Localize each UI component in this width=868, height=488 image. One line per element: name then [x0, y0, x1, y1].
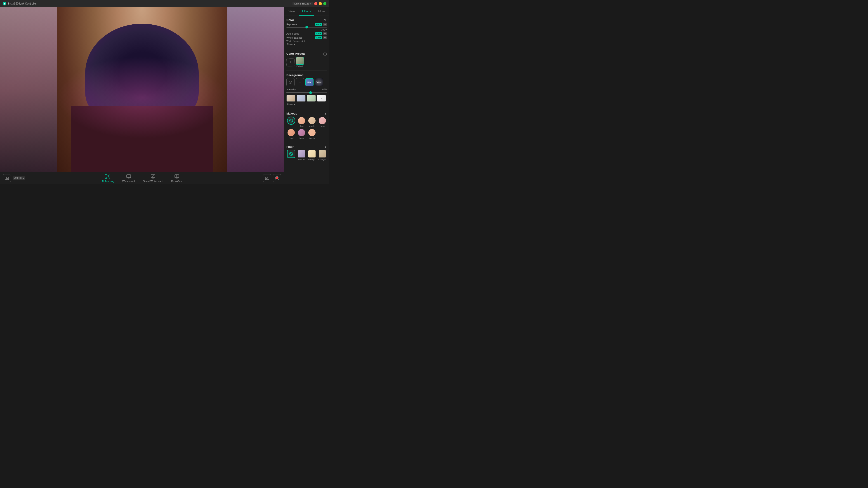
- makeup-peach-thumb: [308, 129, 316, 137]
- whiteboard-button[interactable]: Whiteboard: [119, 173, 138, 184]
- bg-blur-button[interactable]: Blur: [305, 78, 313, 86]
- bg-thumb-custom[interactable]: +: [317, 95, 326, 102]
- filter-section: Filter ▲ P: [286, 145, 327, 161]
- exposure-row: Exposure Auto M: [286, 23, 327, 26]
- makeup-peach-label: Peach: [309, 137, 315, 139]
- bg-thumb-1[interactable]: [286, 95, 296, 102]
- color-section: Color ↻ Exposure Auto M 0.0EV: [286, 18, 327, 46]
- window-controls[interactable]: Link 2-8HE53V: [292, 2, 327, 5]
- whitebalance-label: White Balance: [286, 36, 303, 39]
- makeup-section: Makeup ▲ B: [286, 112, 327, 139]
- makeup-berry-item[interactable]: Berry: [297, 129, 306, 139]
- color-presets-section: Color Presets ⓘ + Default: [286, 52, 327, 68]
- maximize-button[interactable]: [323, 2, 327, 5]
- exposure-m-badge[interactable]: M: [323, 23, 327, 26]
- background-options: + Blur Bokeh: [286, 78, 327, 86]
- preset-add-button[interactable]: +: [286, 58, 294, 66]
- whitebalance-controls: Auto M: [315, 36, 327, 39]
- makeup-berry-img: [298, 129, 305, 136]
- smart-whiteboard-button[interactable]: Smart Whiteboard: [140, 173, 167, 184]
- filter-collapse[interactable]: ▲: [324, 145, 327, 149]
- layout-icon[interactable]: [3, 174, 11, 182]
- makeup-berry-label: Berry: [299, 137, 304, 139]
- makeup-coral-item[interactable]: Coral: [286, 129, 296, 139]
- svg-rect-11: [175, 175, 179, 177]
- color-show-button[interactable]: Show ▼: [286, 42, 296, 46]
- svg-rect-7: [105, 178, 106, 179]
- makeup-rose-item[interactable]: Rose: [318, 117, 327, 127]
- makeup-rose-thumb: [318, 117, 327, 125]
- bg-bokeh-label: Bokeh: [316, 81, 322, 84]
- filter-none-thumb: [287, 150, 295, 158]
- bg-bokeh-button[interactable]: Bokeh: [315, 78, 323, 86]
- exposure-auto-badge[interactable]: Auto: [315, 23, 322, 26]
- video-bg-left: [0, 7, 57, 172]
- intensity-thumb[interactable]: [309, 91, 312, 94]
- bg-blur-label: Blur: [307, 81, 311, 84]
- filter-vintage-label: Vintage1: [318, 158, 326, 161]
- whitebalance-m-badge[interactable]: M: [323, 36, 327, 39]
- background-show-button[interactable]: Show ▼: [286, 103, 296, 106]
- background-header: Background: [286, 73, 327, 77]
- tab-effects[interactable]: Effects: [299, 7, 314, 15]
- minimize-button[interactable]: [319, 2, 322, 5]
- snapshot-icon[interactable]: [263, 174, 271, 182]
- ai-tracking-button[interactable]: AI Tracking: [98, 173, 118, 184]
- makeup-rose-label: Rose: [320, 125, 324, 127]
- makeup-blush-thumb: [298, 117, 306, 125]
- svg-point-0: [4, 3, 5, 4]
- tab-more[interactable]: More: [314, 7, 329, 15]
- filter-title: Filter: [286, 145, 293, 149]
- exposure-label: Exposure: [286, 23, 297, 26]
- makeup-collapse[interactable]: ▲: [324, 112, 327, 115]
- resolution-arrow: ▲: [22, 177, 24, 179]
- whitebalance-auto-badge[interactable]: Auto: [315, 36, 322, 39]
- exposure-slider[interactable]: [286, 27, 327, 28]
- filter-vintage-item[interactable]: Vintage1: [318, 150, 327, 161]
- color-presets-title: Color Presets: [286, 52, 306, 55]
- makeup-fresh-thumb: [308, 117, 316, 125]
- filter-daylight-thumb: [308, 150, 316, 158]
- color-presets-header: Color Presets ⓘ: [286, 52, 327, 55]
- bg-add-button[interactable]: +: [296, 78, 304, 86]
- tab-view[interactable]: View: [284, 7, 299, 15]
- video-bg-right: [227, 7, 284, 172]
- color-section-header: Color ↻: [286, 18, 327, 22]
- svg-rect-5: [105, 174, 106, 175]
- preset-default-item[interactable]: Default: [296, 57, 304, 68]
- svg-rect-13: [266, 177, 269, 180]
- makeup-blush-item[interactable]: Blush: [297, 117, 306, 127]
- video-area: 720p30 ▲: [0, 7, 284, 184]
- bg-thumb-3[interactable]: [307, 95, 316, 102]
- filter-none-icon: [289, 152, 293, 156]
- color-refresh-icon[interactable]: ↻: [323, 18, 327, 22]
- autofocus-m-badge[interactable]: M: [323, 32, 327, 35]
- background-title: Background: [286, 73, 304, 77]
- filter-none-item[interactable]: [286, 150, 296, 161]
- background-show-label: Show: [286, 103, 293, 106]
- preset-default-label: Default: [296, 65, 304, 68]
- filter-portrait-item[interactable]: Portrait: [297, 150, 306, 161]
- resolution-badge[interactable]: 720p30 ▲: [13, 176, 25, 180]
- makeup-peach-item[interactable]: Peach: [307, 129, 316, 139]
- filter-daylight-item[interactable]: Daylight: [307, 150, 316, 161]
- makeup-title: Makeup: [286, 112, 297, 115]
- autofocus-auto-badge[interactable]: Auto: [315, 32, 322, 35]
- deskview-button[interactable]: DeskView: [168, 173, 186, 184]
- title-bar: Insta360 Link Controller Link 2-8HE53V: [0, 0, 329, 7]
- makeup-coral-img: [287, 129, 295, 136]
- close-button[interactable]: [314, 2, 317, 5]
- bg-none-button[interactable]: [286, 78, 294, 86]
- makeup-none-item[interactable]: [286, 117, 296, 127]
- svg-point-14: [267, 177, 268, 179]
- exposure-thumb[interactable]: [305, 26, 308, 29]
- intensity-slider[interactable]: [286, 92, 327, 93]
- makeup-rose-img: [319, 117, 326, 124]
- divider-2: [286, 70, 327, 71]
- record-button[interactable]: [273, 174, 281, 182]
- presets-info-icon: ⓘ: [323, 52, 327, 55]
- bg-thumb-2[interactable]: [297, 95, 306, 102]
- makeup-coral-label: Coral: [289, 137, 293, 139]
- makeup-fresh-item[interactable]: Fresh: [307, 117, 316, 127]
- bottom-toolbar: 720p30 ▲: [0, 172, 284, 184]
